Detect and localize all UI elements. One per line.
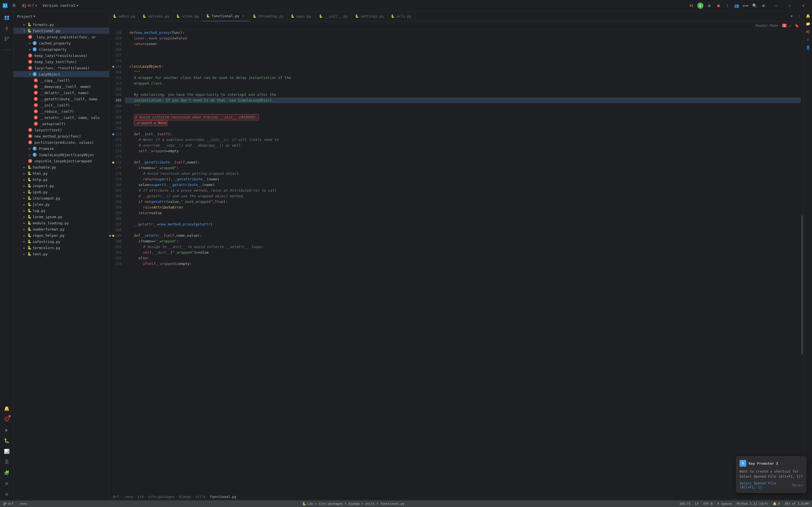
- key-promoter-more[interactable]: More ▼: [793, 483, 803, 487]
- tab-close-button[interactable]: ✕: [241, 14, 246, 18]
- breadcrumb-functional[interactable]: functional.py: [210, 495, 236, 499]
- sidebar-item-ipv6[interactable]: ▶ 🐍 ipv6.py: [13, 189, 109, 195]
- scrollbar-thumb[interactable]: [801, 215, 803, 354]
- record-icon[interactable]: ⏺: [714, 2, 722, 10]
- tab-sites[interactable]: 🐍 sites.py: [173, 11, 203, 21]
- tab-functional[interactable]: 🐍 functional.py ✕: [203, 11, 249, 21]
- status-line-col[interactable]: 265:71: [679, 502, 692, 506]
- window-minimize-button[interactable]: —: [770, 1, 783, 10]
- sidebar-item-formats[interactable]: ▶ 🐍 formats.py: [13, 21, 109, 27]
- sidebar-title[interactable]: Project ▼: [17, 14, 35, 18]
- sidebar-item-lazy[interactable]: m lazy(func, *resultclasses): [13, 65, 109, 71]
- sidebar-item-keep-lazy[interactable]: m keep_lazy(*resultclasses): [13, 52, 109, 59]
- settings-icon[interactable]: ⚙: [760, 2, 767, 10]
- window-close-button[interactable]: ✕: [797, 1, 810, 10]
- sidebar-item-module-loading[interactable]: ▶ 🐍 module_loading.py: [13, 220, 109, 226]
- ai-assistant-icon[interactable]: dj: [687, 2, 695, 10]
- sidebar-item-deepcopy[interactable]: m __deepcopy__(self, memo): [13, 83, 109, 90]
- sidebar-item-hashable[interactable]: ▶ 🐍 hashable.py: [13, 164, 109, 170]
- toolbar-debug-icon[interactable]: 🐛: [2, 436, 12, 446]
- sidebar-item-setattr[interactable]: m __setattr__(self, name, valu: [13, 114, 109, 121]
- breadcrumb-venv[interactable]: .venv: [123, 495, 133, 499]
- tab-apps[interactable]: 🐍 apps.py: [287, 11, 316, 21]
- status-lf[interactable]: LF: [694, 502, 700, 506]
- sidebar-item-functional[interactable]: ▼ 🐍 functional.py: [13, 27, 109, 34]
- sidebar-item-itercompat[interactable]: ▶ 🐍 itercompat.py: [13, 195, 109, 201]
- reader-mode-button[interactable]: Reader Mode: [754, 23, 779, 28]
- sidebar-item-html[interactable]: ▶ 🐍 html.py: [13, 170, 109, 176]
- breadcrumb-drf[interactable]: drf: [113, 495, 119, 499]
- status-memory[interactable]: 393 of 3,524M: [783, 502, 810, 506]
- toolbar-settings2-icon[interactable]: ⚙: [2, 489, 12, 499]
- tab-admin[interactable]: 🐍 admin.py: [109, 11, 139, 21]
- search-icon[interactable]: 🔍: [751, 2, 758, 10]
- more-icon[interactable]: ⋮: [723, 2, 732, 10]
- sidebar-item-numberformat[interactable]: ▶ 🐍 numberformat.py: [13, 226, 109, 232]
- sidebar-item-delattr[interactable]: m __delattr__(self, name): [13, 90, 109, 96]
- sidebar-item-simplelazy[interactable]: ▶ C SimpleLazyObject(LazyObjec: [13, 152, 109, 158]
- right-notifications-icon[interactable]: 🔔: [805, 12, 811, 19]
- toolbar-plugins-icon[interactable]: 🧩: [2, 467, 12, 478]
- status-indent[interactable]: 4 spaces: [716, 502, 733, 506]
- status-encoding[interactable]: UTF-8: [702, 502, 714, 506]
- sidebar-item-regex-helper[interactable]: ▶ 🐍 regex_helper.py: [13, 232, 109, 238]
- tab-list-button[interactable]: ▼: [788, 13, 795, 20]
- collab-icon[interactable]: 👥: [733, 2, 740, 10]
- toolbar-problems-icon[interactable]: [2, 414, 12, 424]
- sidebar-item-partition[interactable]: m partition(predicate, values): [13, 139, 109, 146]
- sidebar-item-text[interactable]: ▶ 🐍 text.py: [13, 251, 109, 257]
- toolbar-profiler-icon[interactable]: 📊: [2, 446, 12, 456]
- sidebar-item-inspect[interactable]: ▶ 🐍 inspect.py: [13, 183, 109, 189]
- sidebar-item-keep-lazy-text[interactable]: m keep_lazy_text(func): [13, 59, 109, 65]
- toolbar-database-icon[interactable]: 🗄: [2, 457, 12, 467]
- key-promoter-link[interactable]: Select Opened File (Alt+F1, 1): [740, 482, 790, 489]
- toolbar-notifications-icon[interactable]: 🔔: [2, 403, 12, 413]
- sidebar-item-init[interactable]: m __init__(self): [13, 102, 109, 108]
- sidebar-item-unpickle[interactable]: m unpickle_lazyobject(wrapped: [13, 158, 109, 164]
- checkmark-icon[interactable]: ✓: [789, 23, 791, 28]
- tab-init[interactable]: 🐍 __init__.py: [316, 11, 351, 21]
- sidebar-item-jslex[interactable]: ▶ 🐍 jslex.py: [13, 201, 109, 208]
- sidebar-item-reduce[interactable]: m __reduce__(self): [13, 108, 109, 114]
- tab-settings[interactable]: 🐍 settings.py: [351, 11, 388, 21]
- sidebar-item-lorem[interactable]: ▶ 🐍 lorem_ipsum.py: [13, 214, 109, 220]
- translate-icon[interactable]: ⟺: [742, 2, 749, 10]
- sidebar-item-cached-property[interactable]: ▶ C cached_property: [13, 40, 109, 46]
- toolbar-run-icon[interactable]: ▶: [2, 425, 12, 435]
- sidebar-item-lazy-proxy[interactable]: m _lazy_proxy_unpickle(func, ar: [13, 34, 109, 40]
- sidebar-item-log[interactable]: ▶ 🐍 log.py: [13, 208, 109, 214]
- sidebar-item-termcolors[interactable]: ▶ 🐍 termcolors.py: [13, 245, 109, 251]
- right-profile-icon[interactable]: 👤: [805, 44, 811, 51]
- code-content[interactable]: def new_method_proxy(func): inner._mask_…: [125, 30, 801, 494]
- status-venv[interactable]: .venv: [17, 502, 29, 506]
- breadcrumb-django[interactable]: django: [179, 495, 191, 499]
- status-git-icon[interactable]: drf: [2, 502, 15, 506]
- toolbar-branches-icon[interactable]: [2, 34, 12, 44]
- bookmark-icon[interactable]: 🔖: [794, 22, 800, 29]
- hamburger-menu[interactable]: ☰: [10, 3, 18, 8]
- status-notifications[interactable]: 🔔 0: [772, 502, 781, 506]
- tab-more-button[interactable]: ⋮: [796, 13, 802, 20]
- sidebar-item-getattribute[interactable]: m __getattribute__(self, name: [13, 96, 109, 102]
- toolbar-terminal-icon[interactable]: ⊞: [2, 478, 12, 489]
- tab-urls[interactable]: 🐍 urls.py: [387, 11, 416, 21]
- tab-threading[interactable]: 🐍 threading.py: [249, 11, 287, 21]
- sidebar-item-classproperty[interactable]: ▶ C classproperty: [13, 46, 109, 52]
- breadcrumb-utils[interactable]: utils: [196, 495, 206, 499]
- breadcrumb-lib[interactable]: Lib: [138, 495, 144, 499]
- breadcrumb-site-packages[interactable]: site-packages: [148, 495, 174, 499]
- sidebar-item-new-method-proxy[interactable]: m new_method_proxy(func): [13, 133, 109, 139]
- right-ai-icon[interactable]: dj: [805, 28, 811, 35]
- scrollbar-track[interactable]: [801, 30, 804, 494]
- sidebar-item-http[interactable]: ▶ 🐍 http.py: [13, 176, 109, 183]
- right-structure-icon[interactable]: ≡: [805, 36, 811, 43]
- sidebar-item-safestring[interactable]: ▶ 🐍 safestring.py: [13, 238, 109, 245]
- sidebar-item-promise[interactable]: ▶ C Promise: [13, 146, 109, 152]
- project-selector[interactable]: dj drf ▼: [20, 3, 39, 8]
- sidebar-item-copy[interactable]: m __copy__(self): [13, 77, 109, 83]
- toolbar-commit-icon[interactable]: [2, 23, 12, 33]
- sidebar-item-lazyobject[interactable]: ▼ C LazyObject: [13, 71, 109, 77]
- toolbar-more-icon[interactable]: ···: [2, 45, 12, 55]
- tab-options[interactable]: 🐍 options.py: [139, 11, 173, 21]
- right-bookmark-icon[interactable]: 📁: [805, 20, 811, 27]
